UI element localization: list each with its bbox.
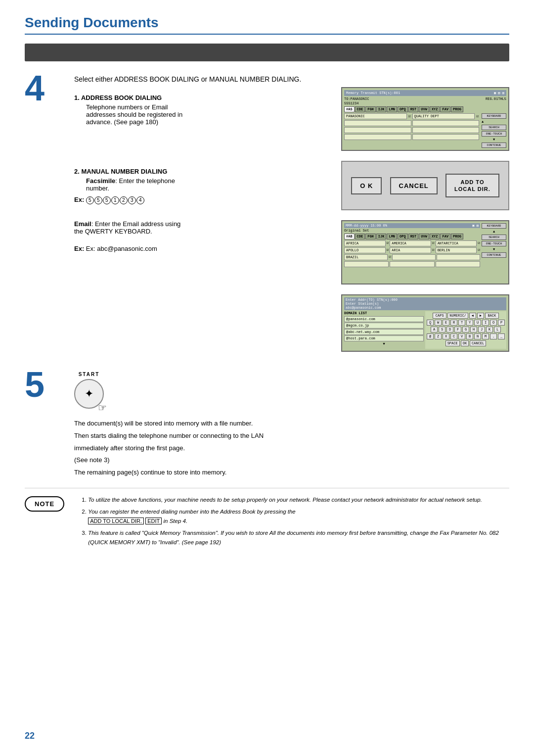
add-to-local-dir-button[interactable]: ADD TO LOCAL DIR. xyxy=(445,174,499,198)
lcd3-domain3[interactable]: @abc-net.way.com xyxy=(344,329,424,335)
cancel-button[interactable]: CANCEL xyxy=(390,177,438,194)
lcd1-header-right: ▣ ▤ ▥ xyxy=(494,91,504,95)
kb-v[interactable]: V xyxy=(458,333,465,339)
lcd2-tab-ab[interactable]: #AB xyxy=(344,234,355,239)
step4-content: Select either ADDRESS BOOK DIALING or MA… xyxy=(74,75,509,362)
kb-s[interactable]: S xyxy=(439,327,445,332)
lcd2-sidebar: KEYBOARD ▲ SEARCH ONE-TOUCH ▼ CONTINUE xyxy=(482,223,506,282)
kb-row1: CAPS NUMERIC/ ◄ ► BACK xyxy=(427,313,505,319)
lcd1-tab-xyz[interactable]: XYZ xyxy=(430,106,440,112)
kb-row2: Q W E R T Y U I O P xyxy=(427,320,505,326)
lcd2-search-btn[interactable]: SEARCH xyxy=(482,235,506,240)
lcd3-display: Enter Addr(TO) STN(s):000 Enter Station(… xyxy=(341,294,509,352)
lcd2-tab-ijk[interactable]: IJK xyxy=(376,234,387,239)
step5-body3: immediately after storing the first page… xyxy=(74,443,509,454)
lcd1-tab-ab[interactable]: #AS xyxy=(344,106,355,112)
lcd1-tab-lmn[interactable]: LMN xyxy=(387,106,397,112)
lcd3-domain1[interactable]: @panasonic.com xyxy=(344,316,424,322)
kb-ok[interactable]: OK xyxy=(461,340,469,346)
kb-numeric[interactable]: NUMERIC/ xyxy=(447,313,468,319)
kb-r[interactable]: R xyxy=(450,320,457,326)
lcd1-tab-cde[interactable]: CDE xyxy=(355,106,365,112)
edit-ref: EDIT xyxy=(145,518,162,524)
start-label: START xyxy=(79,372,100,377)
kb-z[interactable]: Z xyxy=(435,333,442,339)
lcd1-row3 xyxy=(344,127,479,133)
lcd2-tab-uvw[interactable]: UVW xyxy=(419,234,429,239)
lcd1-continue-btn[interactable]: CONTINUE xyxy=(482,142,506,148)
kb-cancel[interactable]: CANCEL xyxy=(470,340,486,346)
lcd2-subheader: Original Set xyxy=(344,229,480,233)
lcd2-tab-cde[interactable]: CDE xyxy=(355,234,365,239)
lcd1-tab-opq[interactable]: OPQ xyxy=(398,106,408,112)
kb-underscore[interactable]: _ xyxy=(498,333,505,339)
kb-left[interactable]: ◄ xyxy=(469,313,476,319)
kb-f[interactable]: F xyxy=(454,327,461,332)
kb-c[interactable]: C xyxy=(450,333,457,339)
lcd2-apollo: APOLLO xyxy=(344,247,386,253)
kb-dot[interactable]: . xyxy=(490,333,497,339)
in-step-text: in Step 4. xyxy=(164,518,188,524)
lcd1-keyboard-btn[interactable]: KEYBOARD xyxy=(482,113,506,119)
kb-d[interactable]: D xyxy=(446,327,453,332)
kb-p[interactable]: P xyxy=(498,320,505,326)
lcd2-continue-btn[interactable]: CONTINUE xyxy=(482,252,506,258)
ok-button[interactable]: O K xyxy=(351,177,382,194)
kb-space[interactable]: SPACE xyxy=(445,340,460,346)
kb-l[interactable]: L xyxy=(494,327,501,332)
section1-line2: addresses should be registered in xyxy=(86,111,326,118)
kb-back[interactable]: BACK xyxy=(485,313,499,319)
kb-a[interactable]: A xyxy=(431,327,438,332)
start-btn-area: START ✦ ☞ xyxy=(74,372,104,409)
note-item3-text: This feature is called "Quick Memory Tra… xyxy=(88,530,499,546)
kb-m[interactable]: M xyxy=(482,333,489,339)
step5-body1: The document(s) will be stored into memo… xyxy=(74,419,509,429)
lcd2-tab-prog[interactable]: PROG xyxy=(451,234,463,239)
kb-i[interactable]: I xyxy=(482,320,489,326)
kb-k[interactable]: K xyxy=(486,327,493,332)
lcd1-tab-uvw[interactable]: UVW xyxy=(419,106,429,112)
kb-h[interactable]: H xyxy=(470,327,477,332)
lcd2-tab-xyz[interactable]: XYZ xyxy=(430,234,440,239)
step5-body2: Then starts dialing the telephone number… xyxy=(74,431,509,441)
kb-right[interactable]: ► xyxy=(477,313,484,319)
lcd3-domain4[interactable]: @host.para.com xyxy=(344,335,424,341)
kb-at[interactable]: @ xyxy=(427,333,434,339)
lcd1-tab-fav[interactable]: FAV xyxy=(440,106,450,112)
kb-g[interactable]: G xyxy=(462,327,469,332)
kb-q[interactable]: Q xyxy=(427,320,434,326)
kb-y[interactable]: Y xyxy=(466,320,473,326)
lcd1-onetouch-btn[interactable]: ONE-TOUCH xyxy=(482,131,506,137)
note-section: NOTE To utilize the above functions, you… xyxy=(25,488,509,550)
page: Sending Documents 4 Select either ADDRES… xyxy=(0,0,534,756)
kb-u[interactable]: U xyxy=(474,320,481,326)
lcd1-tab-fgh[interactable]: FGH xyxy=(365,106,376,112)
lcd2-tab-lmn[interactable]: LMN xyxy=(387,234,397,239)
lcd1-tab-ijk[interactable]: IJK xyxy=(376,106,387,112)
lcd2-tab-opq[interactable]: OPQ xyxy=(398,234,408,239)
lcd2-tab-fgh[interactable]: FGH xyxy=(365,234,376,239)
lcd2-onetouch-btn[interactable]: ONE-TOUCH xyxy=(482,241,506,246)
kb-b[interactable]: B xyxy=(466,333,473,339)
lcd1-tab-prog[interactable]: PROG xyxy=(451,106,463,112)
kb-j[interactable]: J xyxy=(478,327,485,332)
section2-fax: Facsimile: Enter the telephone xyxy=(86,177,326,185)
kb-e[interactable]: E xyxy=(443,320,449,326)
lcd1-search-btn[interactable]: SEARCH xyxy=(482,125,506,130)
lcd1-tab-rst[interactable]: RST xyxy=(408,106,419,112)
lcd2-tab-fav[interactable]: FAV xyxy=(440,234,450,239)
lcd2-tab-rst[interactable]: RST xyxy=(408,234,419,239)
kb-w[interactable]: W xyxy=(435,320,442,326)
lcd2-keyboard-btn[interactable]: KEYBOARD xyxy=(482,223,506,229)
lcd3-domain2[interactable]: @mgcm.co.jp xyxy=(344,323,424,329)
page-title: Sending Documents xyxy=(25,15,509,35)
lcd2-col: MMM-dd-yyyy 15:00 0% ▣ ▤ Original Set #A… xyxy=(341,220,509,284)
lcd3-body: DOMAIN LIST @panasonic.com @mgcm.co.jp @… xyxy=(344,311,506,349)
lcd2-empty1 xyxy=(392,254,436,260)
start-button[interactable]: ✦ ☞ xyxy=(74,379,104,409)
kb-t[interactable]: T xyxy=(458,320,465,326)
kb-n[interactable]: N xyxy=(474,333,481,339)
kb-o[interactable]: O xyxy=(490,320,497,326)
kb-x[interactable]: X xyxy=(443,333,449,339)
kb-caps[interactable]: CAPS xyxy=(433,313,446,319)
